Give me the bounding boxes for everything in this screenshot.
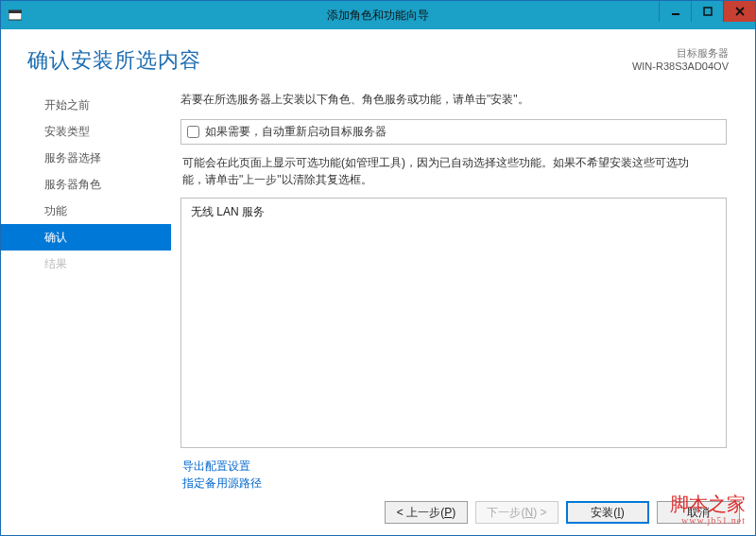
- app-icon: [7, 7, 24, 24]
- target-server-label: 目标服务器: [632, 46, 729, 61]
- header: 确认安装所选内容 目标服务器 WIN-R38S3AD04OV: [1, 29, 755, 84]
- main-panel: 若要在所选服务器上安装以下角色、角色服务或功能，请单击"安装"。 如果需要，自动…: [171, 84, 755, 492]
- next-button: 下一步(N) >: [475, 501, 558, 524]
- navitem-features[interactable]: 功能: [1, 198, 171, 224]
- feature-item: 无线 LAN 服务: [191, 204, 716, 220]
- svg-rect-3: [704, 8, 712, 15]
- navitem-before-you-begin[interactable]: 开始之前: [1, 92, 171, 118]
- svg-rect-1: [9, 10, 22, 13]
- description-text: 若要在所选服务器上安装以下角色、角色服务或功能，请单击"安装"。: [180, 92, 727, 108]
- minimize-button[interactable]: [659, 1, 691, 22]
- window-buttons: [659, 1, 755, 29]
- target-server-name: WIN-R38S3AD04OV: [632, 61, 729, 72]
- export-config-link[interactable]: 导出配置设置: [182, 458, 725, 475]
- page-title: 确认安装所选内容: [27, 46, 201, 75]
- navitem-confirmation[interactable]: 确认: [1, 224, 171, 251]
- navitem-server-selection[interactable]: 服务器选择: [1, 145, 171, 171]
- navitem-results: 结果: [1, 251, 171, 277]
- links: 导出配置设置 指定备用源路径: [182, 458, 725, 492]
- close-button[interactable]: [723, 1, 755, 22]
- maximize-button[interactable]: [691, 1, 723, 22]
- titlebar: 添加角色和功能向导: [1, 1, 755, 29]
- note-text: 可能会在此页面上显示可选功能(如管理工具)，因为已自动选择这些功能。如果不希望安…: [182, 154, 725, 188]
- navitem-installation-type[interactable]: 安装类型: [1, 118, 171, 145]
- auto-restart-row[interactable]: 如果需要，自动重新启动目标服务器: [180, 119, 727, 145]
- previous-button[interactable]: < 上一步(P): [385, 501, 468, 524]
- wizard-window: 添加角色和功能向导 确认安装所选内容 目标服务器 WIN-R38S3AD04OV: [0, 0, 756, 536]
- auto-restart-label: 如果需要，自动重新启动目标服务器: [205, 124, 387, 140]
- install-button[interactable]: 安装(I): [566, 501, 649, 524]
- auto-restart-checkbox[interactable]: [187, 126, 199, 138]
- navitem-server-roles[interactable]: 服务器角色: [1, 171, 171, 198]
- alt-source-link[interactable]: 指定备用源路径: [182, 475, 725, 492]
- window-title: 添加角色和功能向导: [327, 8, 429, 24]
- client-area: 确认安装所选内容 目标服务器 WIN-R38S3AD04OV 开始之前 安装类型…: [1, 29, 755, 535]
- target-server-info: 目标服务器 WIN-R38S3AD04OV: [632, 46, 729, 72]
- features-listbox[interactable]: 无线 LAN 服务: [180, 198, 727, 448]
- sidebar: 开始之前 安装类型 服务器选择 服务器角色 功能 确认 结果: [1, 84, 171, 492]
- cancel-button[interactable]: 取消: [657, 501, 740, 524]
- body: 开始之前 安装类型 服务器选择 服务器角色 功能 确认 结果 若要在所选服务器上…: [1, 84, 755, 492]
- footer: < 上一步(P) 下一步(N) > 安装(I) 取消: [1, 492, 755, 535]
